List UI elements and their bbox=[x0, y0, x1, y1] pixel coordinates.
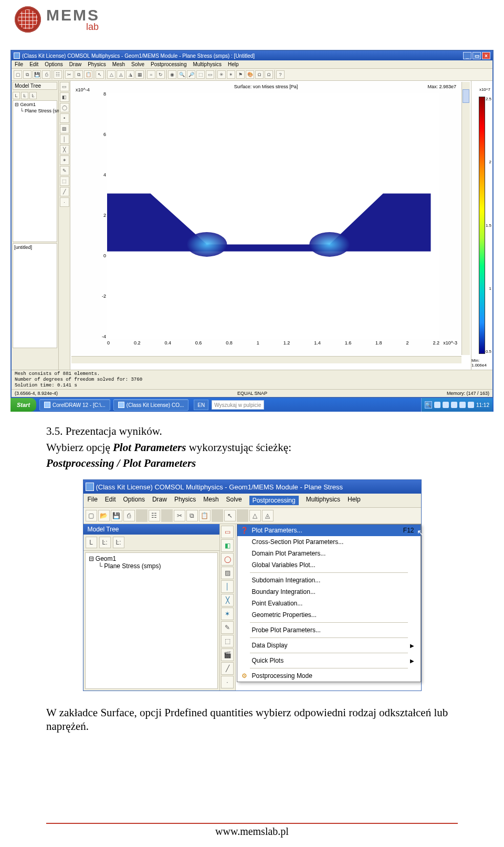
menu-draw[interactable]: Draw bbox=[152, 496, 167, 505]
line-icon[interactable]: │ bbox=[60, 134, 69, 144]
language-indicator[interactable]: EN bbox=[194, 400, 208, 410]
frame-icon[interactable]: ⬚ bbox=[60, 176, 69, 186]
hatch-icon[interactable]: ▨ bbox=[60, 124, 69, 133]
main-toolbar[interactable]: ▢ 📂 💾 ⎙ ☷ ✂ ⧉ 📋 ↖ △ ◬ bbox=[83, 508, 421, 524]
line2-icon[interactable]: ╱ bbox=[221, 662, 234, 675]
tray-icon[interactable] bbox=[468, 402, 474, 408]
minimize-button[interactable]: _ bbox=[463, 52, 471, 59]
desktop-search-input[interactable]: Wyszukaj w pulpicie bbox=[212, 400, 264, 410]
menu-item-cross-section[interactable]: Cross-Section Plot Parameters... bbox=[237, 536, 421, 548]
paste-icon[interactable]: 📋 bbox=[199, 510, 211, 521]
mesh-tri2-icon[interactable]: ◬ bbox=[262, 510, 274, 521]
misc2-icon[interactable]: ✴ bbox=[227, 70, 235, 79]
help-icon[interactable]: ? bbox=[276, 70, 285, 79]
maximize-button[interactable]: ▭ bbox=[472, 52, 481, 59]
menu-help[interactable]: Help bbox=[348, 496, 361, 505]
menu-postprocessing[interactable]: Postprocessing bbox=[151, 61, 186, 67]
menu-draw[interactable]: Draw bbox=[69, 61, 81, 67]
menubar[interactable]: File Edit Options Draw Physics Mesh Solv… bbox=[12, 60, 492, 69]
copy-icon[interactable]: ⧉ bbox=[75, 70, 83, 79]
print-icon[interactable]: ⎙ bbox=[42, 70, 50, 79]
omega2-icon[interactable]: Ω bbox=[265, 70, 273, 79]
menu-file[interactable]: File bbox=[15, 61, 23, 67]
solve-icon[interactable]: = bbox=[147, 70, 155, 79]
star-icon[interactable]: ✶ bbox=[60, 155, 69, 165]
rect-icon[interactable]: ▭ bbox=[221, 526, 234, 538]
menu-edit[interactable]: Edit bbox=[105, 496, 116, 505]
tree-mode3-icon[interactable]: Ŀ: bbox=[113, 537, 124, 548]
zoom-out-icon[interactable]: 🔎 bbox=[187, 70, 195, 79]
print-icon[interactable]: ⎙ bbox=[123, 510, 135, 521]
paste-icon[interactable]: 📋 bbox=[84, 70, 92, 79]
windows-taskbar[interactable]: Start CorelDRAW 12 - [C:\... (Class Kit … bbox=[10, 398, 494, 412]
tray-icon[interactable] bbox=[451, 402, 457, 408]
zoom-extents-icon[interactable]: ⬚ bbox=[196, 70, 205, 79]
cut-icon[interactable]: ✂ bbox=[174, 510, 185, 521]
tree-item-plane-stress[interactable]: └ Plane Stress (smps) bbox=[89, 562, 214, 570]
close-button[interactable]: × bbox=[482, 52, 490, 59]
search-icon[interactable]: 🔍 bbox=[425, 401, 432, 409]
menu-item-postprocessing-mode[interactable]: ⚙ Postprocessing Mode bbox=[237, 670, 421, 682]
menu-item-probe-plot[interactable]: Probe Plot Parameters... bbox=[237, 624, 421, 636]
postprocessing-dropdown[interactable]: ❓ Plot Parameters... F12 ↖ Cross-Section… bbox=[237, 524, 421, 682]
pencil-icon[interactable]: ✎ bbox=[60, 166, 69, 175]
pencil-icon[interactable]: ✎ bbox=[221, 621, 234, 634]
tray-icon[interactable] bbox=[459, 402, 466, 408]
tree-item-geom1[interactable]: ⊟ Geom1 bbox=[89, 555, 214, 562]
frame-icon[interactable]: ⬚ bbox=[221, 635, 234, 647]
tree-item-geom1[interactable]: ⊟ Geom1 bbox=[15, 102, 55, 108]
tree-icon[interactable]: ☷ bbox=[54, 70, 62, 79]
menu-item-point-eval[interactable]: Point Evaluation... bbox=[237, 598, 421, 609]
line2-icon[interactable]: ╱ bbox=[60, 187, 69, 196]
menu-file[interactable]: File bbox=[88, 496, 98, 505]
menu-options[interactable]: Options bbox=[45, 61, 62, 67]
ellipse-icon[interactable]: ◯ bbox=[60, 103, 69, 112]
zoom-in-icon[interactable]: 🔍 bbox=[177, 70, 186, 79]
menu-solve[interactable]: Solve bbox=[226, 496, 242, 505]
x-icon[interactable]: ╳ bbox=[221, 594, 234, 607]
menu-multiphysics[interactable]: Multiphysics bbox=[306, 496, 340, 505]
open-icon[interactable]: 📂 bbox=[98, 510, 110, 521]
copy-icon[interactable]: ⧉ bbox=[186, 510, 198, 521]
menu-item-global-vars[interactable]: Global Variables Plot... bbox=[237, 559, 421, 571]
menu-item-domain-plot[interactable]: Domain Plot Parameters... bbox=[237, 548, 421, 559]
rect2-icon[interactable]: ◧ bbox=[60, 92, 69, 102]
task-coreldraw[interactable]: CorelDRAW 12 - [C:\... bbox=[39, 399, 110, 411]
rect2-icon[interactable]: ◧ bbox=[221, 539, 234, 552]
mesh-tri2-icon[interactable]: ◬ bbox=[117, 70, 125, 79]
menu-solve[interactable]: Solve bbox=[131, 61, 144, 67]
clapper-icon[interactable]: 🎬 bbox=[221, 649, 234, 661]
hatch-icon[interactable]: ▨ bbox=[221, 567, 234, 579]
save-icon[interactable]: 💾 bbox=[33, 70, 41, 79]
flag-icon[interactable]: ⚑ bbox=[236, 70, 245, 79]
plot-icon[interactable]: ◉ bbox=[168, 70, 176, 79]
model-tree[interactable]: ⊟ Geom1 └ Plane Stress (smps) bbox=[85, 552, 218, 689]
tree-item-plane-stress[interactable]: └ Plane Stress (smps) bbox=[15, 108, 55, 114]
dot-icon[interactable]: · bbox=[221, 676, 234, 688]
mesh-tri-icon[interactable]: △ bbox=[249, 510, 261, 521]
menu-options[interactable]: Options bbox=[123, 496, 145, 505]
star-icon[interactable]: ✶ bbox=[221, 608, 234, 620]
point-icon[interactable]: • bbox=[60, 113, 69, 123]
vertical-scrollbar[interactable] bbox=[461, 82, 470, 355]
system-tray[interactable]: 🔍 11:12 bbox=[421, 398, 492, 412]
line-icon[interactable]: │ bbox=[221, 580, 234, 593]
omega-icon[interactable]: Ω bbox=[255, 70, 264, 79]
start-button[interactable]: Start bbox=[10, 398, 36, 412]
dot-icon[interactable]: · bbox=[60, 197, 69, 207]
new-icon[interactable]: ▢ bbox=[14, 70, 22, 79]
menu-mesh[interactable]: Mesh bbox=[112, 61, 125, 67]
tree-mode2-icon[interactable]: Ŀ: bbox=[99, 537, 111, 548]
save-icon[interactable]: 💾 bbox=[111, 510, 122, 521]
main-toolbar[interactable]: ▢ ⧉ 💾 ⎙ ☷ ✂ ⧉ 📋 ↖ △ ◬ ◮ ▦ = ↻ ◉ 🔍 🔎 ⬚ ▭ bbox=[12, 69, 492, 81]
tree-mode2-icon[interactable]: Ŀ bbox=[21, 92, 28, 99]
zoom-window-icon[interactable]: ▭ bbox=[206, 70, 214, 79]
pointer-icon[interactable]: ↖ bbox=[224, 510, 236, 521]
ellipse-icon[interactable]: ◯ bbox=[221, 553, 234, 566]
menu-item-data-display[interactable]: Data Display▶ bbox=[237, 640, 421, 651]
menu-multiphysics[interactable]: Multiphysics bbox=[193, 61, 221, 67]
mesh-refine-icon[interactable]: ◮ bbox=[126, 70, 134, 79]
menu-item-quick-plots[interactable]: Quick Plots▶ bbox=[237, 655, 421, 666]
horizontal-scrollbar[interactable] bbox=[71, 356, 461, 363]
menu-physics[interactable]: Physics bbox=[174, 496, 196, 505]
